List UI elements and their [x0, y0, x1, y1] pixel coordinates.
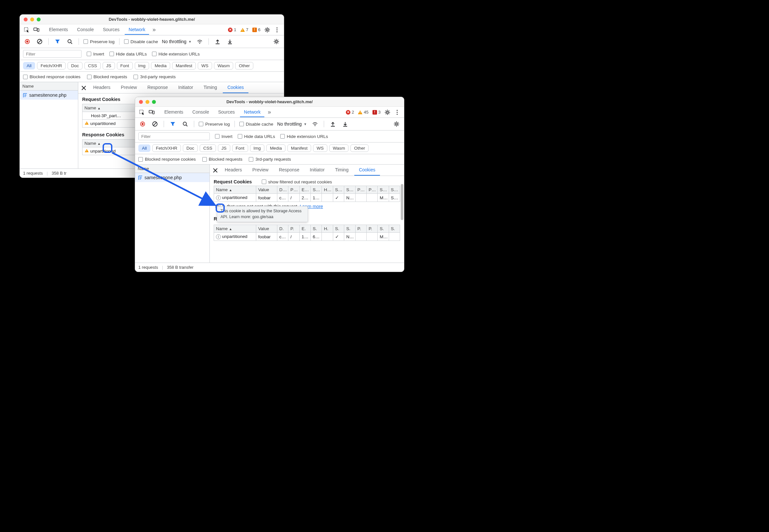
dtab-initiator[interactable]: Initiator — [305, 165, 329, 176]
dtab-preview[interactable]: Preview — [248, 165, 273, 176]
close-details-icon[interactable] — [211, 166, 219, 174]
third-party-requests-checkbox[interactable]: 3rd-party requests — [133, 74, 176, 79]
disable-cache-checkbox[interactable]: Disable cache — [239, 122, 273, 127]
more-tabs-icon[interactable] — [266, 109, 273, 116]
close-window-icon[interactable] — [24, 18, 28, 21]
third-party-requests-checkbox[interactable]: 3rd-party requests — [249, 157, 291, 162]
dtab-headers[interactable]: Headers — [220, 165, 246, 176]
chip-css[interactable]: CSS — [200, 144, 216, 152]
name-column-header[interactable]: Name — [138, 166, 149, 171]
titlebar[interactable]: DevTools - wobbly-violet-heaven.glitch.m… — [135, 97, 404, 107]
cookie-row[interactable]: i unpartitioned foobar c… / 1… 6… ✓ N… M… — [214, 233, 400, 241]
inspect-icon[interactable] — [138, 108, 146, 117]
blocked-response-cookies-checkbox[interactable]: Blocked response cookies — [138, 157, 196, 162]
col-httponly[interactable]: H. — [322, 225, 333, 233]
col-name[interactable]: Name — [216, 226, 228, 231]
issues-counter[interactable]: !6 — [252, 27, 260, 32]
col-samesite[interactable]: S… — [344, 186, 355, 194]
chip-font[interactable]: Font — [232, 144, 248, 152]
chip-other[interactable]: Other — [235, 62, 253, 69]
error-counter[interactable]: ✕1 — [228, 27, 236, 32]
tab-elements[interactable]: Elements — [160, 107, 187, 117]
hide-data-urls-checkbox[interactable]: Hide data URLs — [109, 52, 147, 56]
kebab-menu-icon[interactable] — [273, 26, 281, 34]
show-filtered-cookies-checkbox[interactable]: show filtered out request cookies — [262, 179, 332, 184]
request-row[interactable]: samesitenone.php — [135, 173, 209, 182]
tab-sources[interactable]: Sources — [214, 107, 239, 117]
request-row[interactable]: samesitenone.php — [20, 91, 78, 100]
more-tabs-icon[interactable] — [150, 26, 157, 33]
network-settings-icon[interactable] — [272, 37, 280, 46]
col-partition[interactable]: P. — [355, 225, 366, 233]
scrollbar[interactable] — [401, 184, 403, 250]
record-icon[interactable] — [23, 37, 31, 46]
col-size[interactable]: S… — [311, 186, 322, 194]
minimize-window-icon[interactable] — [145, 100, 149, 104]
col-scheme[interactable]: S. — [378, 225, 389, 233]
chip-js[interactable]: JS — [103, 62, 115, 69]
zoom-window-icon[interactable] — [152, 100, 156, 104]
col-partition[interactable]: P… — [355, 186, 366, 194]
warning-counter[interactable]: 45 — [358, 110, 368, 115]
tab-network[interactable]: Network — [240, 107, 264, 117]
chip-media[interactable]: Media — [266, 144, 285, 152]
upload-har-icon[interactable] — [329, 120, 337, 128]
chip-all[interactable]: All — [23, 62, 35, 69]
col-value[interactable]: Value — [256, 186, 277, 194]
hide-extension-urls-checkbox[interactable]: Hide extension URLs — [280, 134, 328, 139]
col-value[interactable]: Value — [256, 225, 277, 233]
dtab-cookies[interactable]: Cookies — [354, 165, 380, 176]
search-icon[interactable] — [181, 120, 189, 128]
chip-img[interactable]: Img — [135, 62, 149, 69]
col-name[interactable]: Name — [84, 105, 96, 110]
settings-icon[interactable] — [383, 108, 392, 117]
tab-console[interactable]: Console — [73, 25, 97, 35]
col-samesite[interactable]: S. — [344, 225, 355, 233]
throttling-select[interactable]: No throttling▼ — [277, 121, 307, 127]
invert-checkbox[interactable]: Invert — [215, 134, 232, 139]
filter-input[interactable] — [138, 132, 210, 140]
chip-fetch-xhr[interactable]: Fetch/XHR — [152, 144, 181, 152]
minimize-window-icon[interactable] — [30, 18, 34, 21]
chip-js[interactable]: JS — [218, 144, 230, 152]
error-counter[interactable]: ✕2 — [346, 110, 354, 115]
chip-ws[interactable]: WS — [313, 144, 327, 152]
hide-data-urls-checkbox[interactable]: Hide data URLs — [238, 134, 275, 139]
tab-elements[interactable]: Elements — [45, 25, 72, 35]
chip-manifest[interactable]: Manifest — [287, 144, 311, 152]
col-expires[interactable]: E. — [299, 225, 310, 233]
chip-img[interactable]: Img — [250, 144, 265, 152]
filter-input[interactable] — [23, 50, 81, 58]
chip-css[interactable]: CSS — [84, 62, 101, 69]
network-settings-icon[interactable] — [392, 120, 401, 128]
dtab-cookies[interactable]: Cookies — [223, 82, 248, 93]
dtab-timing[interactable]: Timing — [199, 82, 222, 93]
col-source[interactable]: S… — [389, 186, 400, 194]
close-details-icon[interactable] — [80, 84, 87, 92]
col-name[interactable]: Name — [216, 187, 228, 192]
dtab-timing[interactable]: Timing — [330, 165, 353, 176]
dtab-response[interactable]: Response — [143, 82, 172, 93]
col-path[interactable]: P. — [288, 225, 299, 233]
tab-network[interactable]: Network — [125, 25, 149, 35]
col-priority[interactable]: P… — [366, 186, 377, 194]
titlebar[interactable]: DevTools - wobbly-violet-heaven.glitch.m… — [20, 15, 284, 24]
offline-icon[interactable] — [195, 37, 204, 46]
preserve-log-checkbox[interactable]: Preserve log — [83, 39, 115, 44]
download-har-icon[interactable] — [341, 120, 349, 128]
col-path[interactable]: P… — [288, 186, 299, 194]
col-domain[interactable]: D… — [277, 186, 288, 194]
dtab-headers[interactable]: Headers — [89, 82, 115, 93]
clear-icon[interactable] — [151, 120, 159, 128]
chip-doc[interactable]: Doc — [68, 62, 82, 69]
invert-checkbox[interactable]: Invert — [87, 52, 104, 56]
download-har-icon[interactable] — [226, 37, 234, 46]
tab-console[interactable]: Console — [188, 107, 213, 117]
warning-counter[interactable]: 7 — [240, 27, 248, 32]
chip-manifest[interactable]: Manifest — [172, 62, 196, 69]
filter-icon[interactable] — [53, 37, 62, 46]
dtab-initiator[interactable]: Initiator — [174, 82, 198, 93]
dtab-response[interactable]: Response — [274, 165, 304, 176]
search-icon[interactable] — [66, 37, 74, 46]
chip-wasm[interactable]: Wasm — [214, 62, 233, 69]
